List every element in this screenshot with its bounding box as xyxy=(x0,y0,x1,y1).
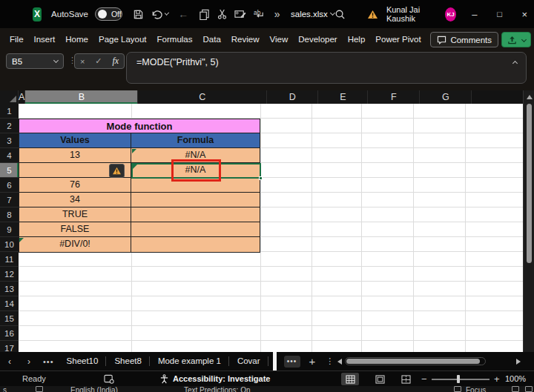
horizontal-scroll-thumb[interactable] xyxy=(346,359,480,364)
row-header[interactable]: 9 xyxy=(0,222,19,237)
page-layout-view-icon[interactable] xyxy=(371,373,389,385)
page-break-view-icon[interactable] xyxy=(397,373,415,385)
column-header[interactable]: E xyxy=(318,90,368,104)
value-cell[interactable]: #DIV/0! xyxy=(19,237,131,252)
focus-label[interactable]: Focus xyxy=(466,386,486,392)
insert-function-icon[interactable]: fx xyxy=(112,56,119,67)
row-header[interactable]: 15 xyxy=(0,311,19,326)
ribbon-tab[interactable]: Review xyxy=(231,28,260,50)
ribbon-tab[interactable]: File xyxy=(10,28,24,50)
hscroll-left-icon[interactable] xyxy=(337,359,342,365)
cut-icon[interactable] xyxy=(217,7,228,21)
sheet-tab[interactable]: Sheet8 xyxy=(106,352,149,371)
prev-sheet-icon[interactable]: ‹ xyxy=(0,356,19,367)
fill-handle[interactable] xyxy=(259,176,263,180)
row-header[interactable]: 17 xyxy=(0,341,19,352)
row-header[interactable]: 5 xyxy=(0,163,19,178)
formula-input[interactable]: =MODE("Prithvi", 5) xyxy=(126,52,527,84)
undo-icon[interactable] xyxy=(151,7,162,21)
active-sheet-tab-partial[interactable] xyxy=(273,352,277,371)
close-button[interactable]: × xyxy=(515,0,534,28)
formula-cell[interactable] xyxy=(131,237,260,252)
more-commands-icon[interactable]: » xyxy=(272,7,282,21)
row-header[interactable]: 14 xyxy=(0,296,19,311)
document-title[interactable]: sales.xlsx xyxy=(291,10,334,19)
zoom-slider-thumb[interactable] xyxy=(457,375,460,383)
save-icon[interactable] xyxy=(133,7,144,21)
name-box[interactable]: B5 xyxy=(6,53,64,69)
ribbon-tab[interactable]: Formulas xyxy=(157,28,193,50)
ribbon-tab[interactable]: Insert xyxy=(34,28,56,50)
value-cell[interactable]: 76 xyxy=(19,178,131,192)
avatar[interactable]: KJ xyxy=(445,7,456,21)
sheet-tab[interactable]: Mode example 1 xyxy=(150,352,229,371)
column-header[interactable]: B xyxy=(25,90,138,104)
row-header[interactable]: 3 xyxy=(0,133,19,148)
more-sheets-button[interactable]: ••• xyxy=(284,356,300,368)
row-header[interactable]: 2 xyxy=(0,119,19,133)
enter-icon[interactable]: ✓ xyxy=(95,56,102,66)
next-sheet-icon[interactable]: › xyxy=(19,356,39,367)
warning-icon[interactable] xyxy=(367,7,379,21)
status-mode[interactable]: Ready xyxy=(22,374,46,383)
comments-button[interactable]: Comments xyxy=(430,32,498,47)
sheet-options-kebab-icon[interactable]: ⋮ xyxy=(326,356,334,366)
maximize-button[interactable]: □ xyxy=(490,0,510,28)
ribbon-tab[interactable]: Data xyxy=(203,28,221,50)
values-header-cell[interactable]: Values xyxy=(19,133,131,147)
table-title-cell[interactable]: Mode function xyxy=(19,119,260,133)
column-header[interactable]: F xyxy=(368,90,420,104)
column-header[interactable]: D xyxy=(267,90,318,104)
row-header[interactable]: 12 xyxy=(0,267,19,282)
select-all-corner[interactable] xyxy=(0,90,19,104)
ribbon-tab[interactable]: Power Pivot xyxy=(375,28,421,50)
ribbon-tab[interactable]: View xyxy=(270,28,289,50)
undo-dropdown-chevron-icon[interactable] xyxy=(165,10,169,15)
value-cell[interactable]: FALSE xyxy=(19,222,131,236)
copy-icon[interactable] xyxy=(199,7,210,21)
ribbon-tab[interactable]: Page Layout xyxy=(99,28,147,50)
row-header[interactable]: 1 xyxy=(0,104,19,119)
row-header[interactable]: 11 xyxy=(0,252,19,267)
zoom-level[interactable]: 100% xyxy=(505,374,526,383)
collapse-formula-bar-icon[interactable] xyxy=(512,61,518,66)
autosave-toggle[interactable]: Off xyxy=(95,7,122,21)
row-header[interactable]: 13 xyxy=(0,282,19,296)
value-cell[interactable]: 13 xyxy=(19,148,131,162)
ribbon-tab[interactable]: Developer xyxy=(298,28,337,50)
scroll-up-icon[interactable] xyxy=(527,95,533,99)
minimize-button[interactable]: – xyxy=(465,0,484,28)
value-cell[interactable]: 34 xyxy=(19,193,131,207)
user-name[interactable]: Kunal Jai Kaushik xyxy=(386,5,438,23)
column-header[interactable]: C xyxy=(138,90,267,104)
row-header[interactable]: 8 xyxy=(0,207,19,222)
replace-icon[interactable]: ab xyxy=(253,7,266,21)
accessibility-status[interactable]: Accessibility: Investigate xyxy=(173,374,270,383)
ribbon-tab[interactable]: Help xyxy=(348,28,366,50)
add-sheet-button[interactable]: + xyxy=(309,355,316,368)
hscroll-right-icon[interactable] xyxy=(516,359,521,365)
formula-cell[interactable] xyxy=(131,193,260,207)
text-predictions-status[interactable]: Text Predictions: On xyxy=(184,386,250,392)
value-cell[interactable]: TRUE xyxy=(19,207,131,222)
language-status[interactable]: English (India) xyxy=(70,386,118,392)
zoom-slider-track[interactable] xyxy=(432,379,490,380)
error-trace-button[interactable] xyxy=(109,164,125,178)
row-header[interactable]: 4 xyxy=(0,148,19,163)
row-header[interactable]: 7 xyxy=(0,193,19,207)
row-header[interactable]: 10 xyxy=(0,237,19,252)
column-header[interactable]: G xyxy=(420,90,472,104)
ribbon-tab[interactable]: Home xyxy=(65,28,88,50)
sheet-tab[interactable]: Covar xyxy=(229,352,268,371)
all-sheets-icon[interactable]: ••• xyxy=(43,357,54,366)
formula-cell[interactable] xyxy=(131,207,260,222)
zoom-out-button[interactable]: − xyxy=(421,373,427,385)
vertical-scrollbar[interactable] xyxy=(523,90,534,352)
column-header[interactable]: A xyxy=(19,90,25,104)
zoom-in-button[interactable]: + xyxy=(494,373,500,385)
sheet-tab[interactable]: Sheet10 xyxy=(59,352,107,371)
normal-view-icon[interactable] xyxy=(341,373,359,385)
email-draft-icon[interactable] xyxy=(234,7,246,21)
share-button[interactable] xyxy=(501,32,531,47)
row-header[interactable]: 6 xyxy=(0,178,19,193)
